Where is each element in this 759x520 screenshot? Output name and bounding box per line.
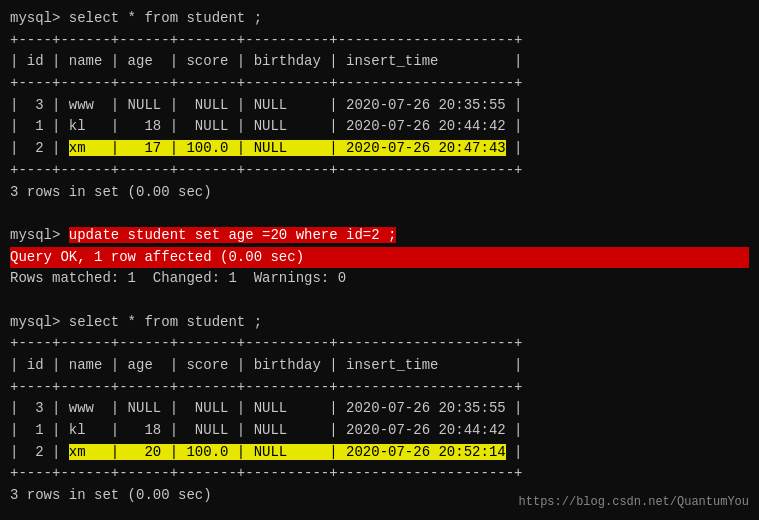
line-update: mysql> update student set age =20 where … <box>10 225 749 247</box>
blank-1 <box>10 203 749 225</box>
table-row-1-2: | 1 | kl | 18 | NULL | NULL | 2020-07-26… <box>10 116 749 138</box>
table-border-top-2: +----+------+------+-------+----------+-… <box>10 333 749 355</box>
query-ok-line: Query OK, 1 row affected (0.00 sec) <box>10 247 749 269</box>
table-row-2-3: | 2 | xm | 20 | 100.0 | NULL | 2020-07-2… <box>10 442 749 464</box>
watermark: https://blog.csdn.net/QuantumYou <box>519 493 749 512</box>
table-border-mid-2: +----+------+------+-------+----------+-… <box>10 377 749 399</box>
row-count-1: 3 rows in set (0.00 sec) <box>10 182 749 204</box>
table-border-bot-2: +----+------+------+-------+----------+-… <box>10 463 749 485</box>
prompt-update: mysql> <box>10 227 69 243</box>
highlight-xm-2: xm | 20 | 100.0 | NULL | 2020-07-26 20:5… <box>69 444 506 460</box>
cmd-1: select * from student ; <box>69 10 262 26</box>
prompt-1: mysql> <box>10 10 69 26</box>
table-row-1-3: | 2 | xm | 17 | 100.0 | NULL | 2020-07-2… <box>10 138 749 160</box>
cmd-update: update student set age =20 where id=2 ; <box>69 227 397 243</box>
table-row-1-1: | 3 | www | NULL | NULL | NULL | 2020-07… <box>10 95 749 117</box>
line-2: mysql> select * from student ; <box>10 312 749 334</box>
line-1: mysql> select * from student ; <box>10 8 749 30</box>
cmd-2: select * from student ; <box>69 314 262 330</box>
table-border-top-1: +----+------+------+-------+----------+-… <box>10 30 749 52</box>
terminal: mysql> select * from student ; +----+---… <box>0 0 759 520</box>
table-header-2: | id | name | age | score | birthday | i… <box>10 355 749 377</box>
table-border-mid-1: +----+------+------+-------+----------+-… <box>10 73 749 95</box>
rows-matched: Rows matched: 1 Changed: 1 Warnings: 0 <box>10 268 749 290</box>
blank-2 <box>10 290 749 312</box>
prompt-2: mysql> <box>10 314 69 330</box>
table-row-2-1: | 3 | www | NULL | NULL | NULL | 2020-07… <box>10 398 749 420</box>
table-border-bot-1: +----+------+------+-------+----------+-… <box>10 160 749 182</box>
table-header-1: | id | name | age | score | birthday | i… <box>10 51 749 73</box>
table-row-2-2: | 1 | kl | 18 | NULL | NULL | 2020-07-26… <box>10 420 749 442</box>
highlight-xm-1: xm | 17 | 100.0 | NULL | 2020-07-26 20:4… <box>69 140 506 156</box>
